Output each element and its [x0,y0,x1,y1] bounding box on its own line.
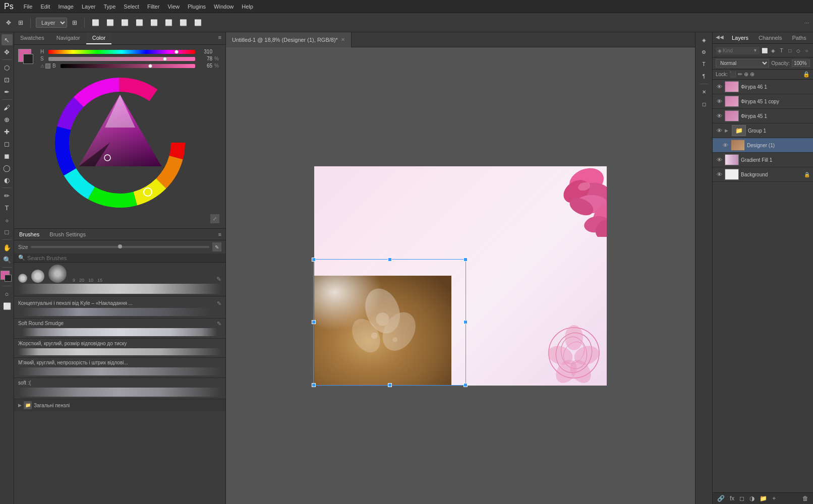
screen-mode-tool[interactable]: ⬜ [2,300,13,311]
align-left-btn[interactable]: ⬜ [90,18,101,27]
layers-search[interactable]: ◈ ▼ [716,47,760,54]
new-layer-btn[interactable]: + [771,494,777,502]
brush-tool[interactable]: 🖌 [2,102,13,113]
pen-tool[interactable]: ✏ [2,190,13,201]
brush-item-soft[interactable]: soft :( [14,378,225,399]
tab-brush-settings[interactable]: Brush Settings [44,229,91,240]
lock-all-icon[interactable]: 🔒 [803,71,810,78]
zoom-tool[interactable]: 🔍 [2,254,13,265]
layer-vis-bg[interactable]: 👁 [716,171,723,178]
tab-brushes[interactable]: Brushes [14,229,44,240]
layers-kind-dropdown[interactable]: ▼ [753,48,758,53]
expand-color-btn[interactable]: ⤢ [210,214,219,223]
tab-navigator[interactable]: Navigator [50,32,86,44]
sat-thumb[interactable] [163,57,167,61]
add-group-btn[interactable]: 📁 [758,494,769,502]
brush-item-kyle[interactable]: Концептуальні і пензлі від Kyle – «Накла… [14,298,225,319]
filter-toggle-btn[interactable]: ○ [803,46,810,55]
lock-image-icon[interactable]: ✏ [738,71,742,78]
brush-search-input[interactable] [27,255,221,261]
delete-layer-btn[interactable]: 🗑 [801,494,810,502]
hue-track[interactable] [48,50,195,54]
group-expand[interactable]: ▶ [725,128,730,133]
mask-tool[interactable]: ○ [2,288,13,299]
layer-item-0[interactable]: 👁 Фігура 46 1 [713,80,813,94]
brush-item-kyle-options[interactable]: ✎ [217,300,221,307]
layer-item-bg[interactable]: 👁 Background 🔒 [713,167,813,182]
brush-list[interactable]: Концептуальні і пензлі від Kyle – «Накла… [14,296,225,504]
gradient-tool[interactable]: ◼ [2,150,13,161]
clone-tool[interactable]: ⊕ [2,114,13,125]
filter-type-btn[interactable]: T [778,46,785,55]
layer-vis-0[interactable]: 👁 [716,83,723,90]
distribute3-btn[interactable]: ⬜ [178,18,189,27]
brush-group-header[interactable]: ▶ 📁 Загальні пензлі [14,399,225,411]
lock-position-icon[interactable]: ⊕ [750,71,754,78]
lock-artboard-icon[interactable]: ⊕ [744,71,748,78]
add-mask-btn[interactable]: ◻ [738,494,746,502]
brush-item-soft-round-options[interactable]: ✎ [217,321,221,327]
align-right-btn[interactable]: ⬜ [119,18,131,27]
canvas-tab-untitled[interactable]: Untitled-1 @ 18,8% (Designer (1), RGB/8)… [226,32,352,47]
menu-file[interactable]: File [24,4,33,10]
sat-track[interactable] [48,57,195,61]
filter-pixel-btn[interactable]: ⬜ [762,46,768,55]
right-tool-4[interactable]: ¶ [699,71,710,82]
layer-vis-group[interactable]: 👁 [716,127,723,134]
filter-smart-btn[interactable]: ◇ [795,46,802,55]
toolbar-more-btn[interactable]: ··· [804,20,809,26]
brush-options-icon[interactable]: ✎ [216,276,221,283]
right-tool-1[interactable]: ◈ [699,34,710,45]
menu-help[interactable]: Help [242,4,253,10]
brush-item-soft-round[interactable]: Soft Round Smudge ✎ [14,319,225,339]
menu-type[interactable]: Type [103,4,115,10]
brush-preset-2[interactable] [31,270,44,283]
menu-layer[interactable]: Layer [82,4,96,10]
brush-preset-1[interactable] [18,274,27,283]
type-tool[interactable]: T [2,202,13,213]
bright-track[interactable] [61,64,195,68]
crop-tool[interactable]: ⊡ [2,74,13,85]
layer-vis-1[interactable]: 👁 [716,98,723,105]
menu-image[interactable]: Image [58,4,74,10]
menu-edit[interactable]: Edit [40,4,50,10]
layer-vis-2[interactable]: 👁 [716,112,723,119]
distribute2-btn[interactable]: ⬜ [163,18,175,27]
lock-transparency-icon[interactable]: ⬛ [729,71,736,78]
color-wheel-container[interactable] [44,72,196,213]
link-layers-btn[interactable]: 🔗 [716,494,726,502]
bright-thumb[interactable] [148,64,152,68]
tab-color[interactable]: Color [86,32,111,44]
grid-btn[interactable]: ⊞ [70,18,79,27]
canvas-tab-close[interactable]: ✕ [341,37,345,42]
opacity-input[interactable] [792,59,810,67]
filter-shape-btn[interactable]: □ [787,46,793,55]
right-panel-menu[interactable]: ≡ [811,32,813,43]
move-tool[interactable]: ✥ [2,46,13,57]
menu-select[interactable]: Select [124,4,139,10]
tab-paths[interactable]: Paths [787,32,811,43]
brush-item-hard-round[interactable]: Жорсткий, круглий, розмір відповідно до … [14,339,225,358]
layer-item-2[interactable]: 👁 Фігура 45 1 [713,109,813,123]
menu-plugins[interactable]: Plugins [188,4,206,10]
blur-tool[interactable]: ◯ [2,162,13,173]
distribute-btn[interactable]: ⬜ [148,18,160,27]
layer-item-gradient[interactable]: 👁 Gradient Fill 1 [713,153,813,167]
color-wheel-svg[interactable] [44,72,196,213]
selection-tool[interactable]: ↖ [2,34,13,45]
tab-layers[interactable]: Layers [727,32,753,43]
brush-size-slider[interactable] [31,246,209,248]
color-bg-swatch[interactable] [23,54,33,64]
color-panel-collapse[interactable]: ≡ [214,32,225,44]
add-adjustment-btn[interactable]: ◑ [748,494,756,502]
filter-adj-btn[interactable]: ◈ [770,46,777,55]
add-style-btn[interactable]: fx [728,494,736,502]
align-top-btn[interactable]: ⬜ [134,18,145,27]
shape-tool[interactable]: □ [2,226,13,237]
eraser-tool[interactable]: ◻ [2,138,13,149]
right-tool-5[interactable]: ✕ [699,86,710,97]
brush-edit-btn[interactable]: ✎ [212,242,221,251]
eyedropper-tool[interactable]: ✒ [2,86,13,97]
layer-selector[interactable]: Layer [36,18,67,28]
right-tool-6[interactable]: ◻ [699,98,710,109]
